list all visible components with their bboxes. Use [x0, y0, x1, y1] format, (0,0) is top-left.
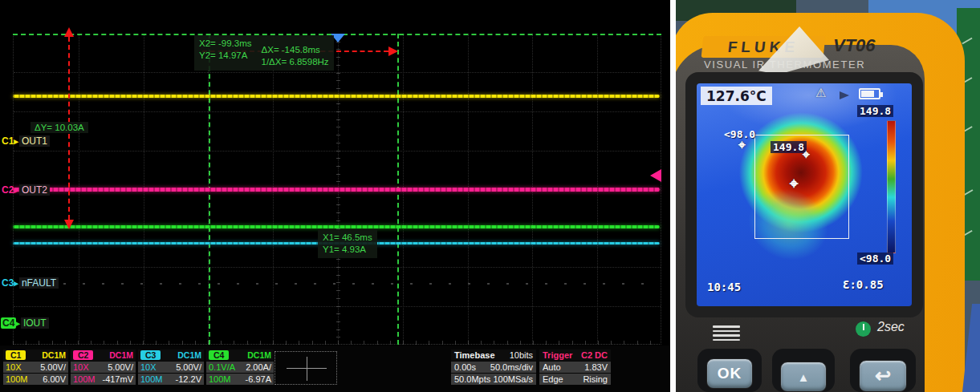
zoom-navigate-widget[interactable]: [274, 351, 337, 385]
battery-icon: [859, 88, 880, 99]
c1-coupling: DC1M: [42, 350, 66, 360]
timebase-samplerate: 100MSa/s: [493, 374, 533, 384]
channel-label-c4[interactable]: C4▸ IOUT: [1, 317, 49, 329]
c3-probe: 10X: [140, 362, 157, 372]
center-crosshair-icon: ⌖: [790, 178, 799, 189]
c2-coupling: DC1M: [109, 350, 133, 360]
up-button[interactable]: ▲: [780, 362, 827, 392]
c2-id-badge: C2: [73, 350, 93, 360]
timebase-delay: 0.00s: [454, 362, 476, 372]
trigger-title: Trigger: [543, 350, 572, 360]
thermometer-photo: FLUKE VT06 VISUAL IR THERMOMETER 127.6°C…: [676, 0, 980, 392]
trace-c1-out1: [13, 95, 660, 98]
trigger-level: 1.83V: [584, 362, 608, 372]
timebase-title: Timebase: [454, 350, 495, 360]
cursor-x1-readout-box: X1= 46.5ms Y1= 4.93A: [318, 229, 377, 258]
trace-c4-iout: [13, 225, 660, 228]
cursor-y1-value: Y1= 4.93A: [323, 244, 372, 256]
channel-box-c1[interactable]: C1DC1M 10X5.00V/ 100M6.00V: [3, 350, 68, 385]
bottom-axis-ticks: [13, 341, 661, 345]
channel-arrow-icon: ▸: [14, 136, 18, 147]
c1-name: OUT1: [19, 135, 50, 147]
c1-scale: 5.00V/: [40, 362, 66, 372]
channel-label-c3[interactable]: C3▸ nFAULT: [1, 277, 59, 289]
c2-badge: C2: [1, 184, 14, 196]
timebase-scale: 50.0ms/div: [490, 362, 533, 372]
trigger-mode: Auto: [543, 362, 561, 372]
c2-name: OUT2: [19, 184, 50, 196]
cursor-readout-box: X2= -99.3ms Y2= 14.97A ΔX= -145.8ms 1/ΔX…: [194, 35, 334, 71]
c1-probe: 10X: [6, 362, 22, 372]
cursor-dy-value: ΔY= 10.03A: [30, 122, 88, 133]
model-text: VT06: [833, 35, 876, 56]
cursor-dx-value: ΔX= -145.8ms: [262, 44, 329, 56]
arrow-down-icon: [64, 220, 74, 229]
c4-offset: -6.97A: [246, 374, 271, 384]
c1-bandwidth: 100M: [6, 374, 28, 384]
c2-offset: -417mV: [102, 374, 133, 384]
spot-min-crosshair-icon: ⌖: [738, 139, 746, 151]
ok-button[interactable]: OK: [706, 358, 753, 389]
trigger-source: C2 DC: [581, 350, 608, 360]
c2-scale: 5.00V/: [108, 362, 133, 372]
background-mat-corner: [962, 304, 980, 392]
c4-scale: 2.00A/: [246, 362, 271, 372]
back-button[interactable]: ↩: [859, 360, 907, 392]
pointer-icon: [840, 91, 849, 99]
status-bar: C1DC1M 10X5.00V/ 100M6.00V C2DC1M 10X5.0…: [0, 346, 670, 392]
back-arrow-icon: ↩: [875, 365, 891, 387]
c3-id-badge: C3: [140, 350, 161, 360]
c3-scale: 5.00V/: [176, 362, 201, 372]
c3-name: nFAULT: [19, 277, 59, 289]
channel-label-c1[interactable]: C1▸ OUT1: [1, 135, 50, 147]
c3-offset: -12.2V: [176, 374, 201, 384]
cursor-y2-value: Y2= 14.97A: [199, 50, 252, 62]
trigger-box[interactable]: TriggerC2 DC Auto1.83V EdgeRising: [539, 350, 611, 385]
c2-probe: 10X: [73, 362, 89, 372]
channel-arrow-icon: ▸: [15, 318, 20, 329]
screenshot-root: X2= -99.3ms Y2= 14.97A ΔX= -145.8ms 1/ΔX…: [0, 0, 980, 392]
cursor-x2-value: X2= -99.3ms: [199, 38, 252, 50]
c3-bandwidth: 100M: [140, 374, 163, 384]
c3-zero-dotted-line: [44, 283, 661, 285]
scale-min-value: <98.0: [857, 253, 893, 265]
c4-badge: C4: [1, 317, 16, 329]
c1-badge: C1: [1, 135, 14, 147]
cursor-x1-value: X1= 46.5ms: [323, 232, 372, 244]
emissivity-value: Ɛ:0.85: [843, 278, 884, 291]
temperature-scale-bar: [887, 120, 896, 253]
spot-max-value: 149.8: [771, 141, 807, 153]
menu-icon: [713, 325, 740, 343]
channel-label-c2[interactable]: C2▸ OUT2: [1, 184, 50, 196]
channel-box-c3[interactable]: C3DC1M 10X5.00V/ 100M-12.2V: [138, 350, 204, 385]
channel-arrow-icon: ▸: [14, 185, 18, 196]
timebase-memory: 50.0Mpts: [454, 374, 490, 384]
oscilloscope-screen: X2= -99.3ms Y2= 14.97A ΔX= -145.8ms 1/ΔX…: [0, 0, 670, 392]
trigger-level-marker-icon[interactable]: [650, 169, 661, 182]
c4-coupling: DC1M: [247, 350, 271, 360]
c4-probe: 0.1V/A: [209, 362, 235, 372]
image-divider: [670, 0, 676, 392]
c3-coupling: DC1M: [177, 350, 201, 360]
crosshair-icon: [307, 357, 307, 381]
c3-badge: C3: [1, 277, 14, 289]
channel-box-c4[interactable]: C4DC1M 0.1V/A2.00A/ 100M-6.97A: [206, 350, 274, 385]
arrow-right-icon: [388, 46, 398, 56]
up-arrow-icon: ▲: [798, 370, 810, 384]
trigger-slope: Rising: [583, 374, 608, 384]
channel-arrow-icon: ▸: [14, 278, 18, 289]
c2-bandwidth: 100M: [73, 374, 96, 384]
spot-max-crosshair-icon: ⌖: [803, 149, 810, 160]
channel-box-c2[interactable]: C2DC1M 10X5.00V/ 100M-417mV: [71, 350, 136, 385]
timebase-box[interactable]: Timebase10bits 0.00s50.0ms/div 50.0Mpts1…: [451, 350, 536, 385]
scale-max-value: 149.8: [857, 105, 893, 117]
center-temp-value: 127.6°C: [706, 88, 767, 104]
alarm-icon: ⚠: [815, 86, 826, 100]
time-value: 10:45: [707, 281, 741, 293]
c1-id-badge: C1: [6, 350, 26, 360]
cursor-invdx-value: 1/ΔX= 6.8598Hz: [262, 56, 329, 68]
c4-bandwidth: 100M: [209, 374, 231, 384]
trigger-type: Edge: [543, 374, 563, 384]
c4-name: IOUT: [21, 317, 49, 329]
c4-id-badge: C4: [209, 350, 229, 360]
